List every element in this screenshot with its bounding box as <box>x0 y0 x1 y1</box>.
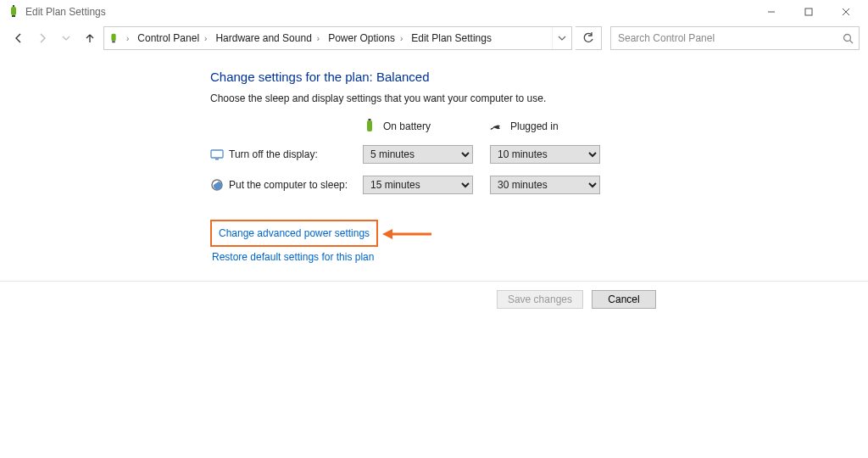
page-title: Change settings for the plan: Balanced <box>210 70 868 84</box>
row-label-display: Turn off the display: <box>210 148 354 161</box>
svg-point-9 <box>844 34 851 41</box>
footer-buttons: Save changes Cancel <box>0 282 868 309</box>
up-button[interactable] <box>80 28 100 48</box>
svg-rect-12 <box>369 119 371 120</box>
power-plan-icon <box>104 32 123 44</box>
titlebar: Edit Plan Settings <box>0 0 868 24</box>
svg-rect-11 <box>367 120 372 131</box>
svg-rect-13 <box>211 150 223 158</box>
close-button[interactable] <box>827 0 865 24</box>
svg-marker-17 <box>382 229 392 239</box>
search-box[interactable] <box>610 26 860 50</box>
back-button[interactable] <box>8 28 29 48</box>
save-button: Save changes <box>497 290 583 309</box>
svg-rect-4 <box>805 8 812 15</box>
svg-rect-0 <box>11 7 16 15</box>
chevron-right-icon[interactable]: › <box>201 34 210 43</box>
display-plugged-select[interactable]: 10 minutes <box>490 145 600 164</box>
annotation-highlight: Change advanced power settings <box>210 220 378 247</box>
row-label-text: Put the computer to sleep: <box>229 179 348 191</box>
refresh-button[interactable] <box>576 26 602 50</box>
sleep-icon <box>210 178 224 192</box>
power-plan-icon <box>7 5 20 19</box>
breadcrumb[interactable]: Control Panel <box>132 32 201 44</box>
restore-defaults-link[interactable]: Restore default settings for this plan <box>210 249 376 265</box>
address-dropdown-button[interactable] <box>552 27 571 49</box>
address-bar[interactable]: › Control Panel › Hardware and Sound › P… <box>103 26 572 50</box>
cancel-button[interactable]: Cancel <box>592 290 656 309</box>
chevron-right-icon[interactable]: › <box>123 34 132 43</box>
main-content: Change settings for the plan: Balanced C… <box>0 53 868 265</box>
annotation-arrow-icon <box>382 226 433 242</box>
search-input[interactable] <box>616 31 843 45</box>
svg-rect-8 <box>112 42 115 43</box>
display-icon <box>210 148 224 161</box>
search-icon <box>843 33 854 44</box>
svg-rect-2 <box>13 5 14 7</box>
breadcrumb[interactable]: Power Options <box>323 32 397 44</box>
battery-icon <box>363 120 376 133</box>
plug-icon <box>490 120 504 133</box>
column-header-plugged: Plugged in <box>490 120 609 133</box>
minimize-button[interactable] <box>753 0 790 24</box>
recent-locations-button[interactable] <box>56 28 76 48</box>
row-label-text: Turn off the display: <box>229 148 318 160</box>
svg-rect-14 <box>215 159 219 160</box>
forward-button[interactable] <box>32 28 53 48</box>
svg-line-10 <box>850 40 854 43</box>
chevron-right-icon[interactable]: › <box>314 34 323 43</box>
page-subtitle: Choose the sleep and display settings th… <box>210 92 868 104</box>
chevron-right-icon[interactable]: › <box>397 34 406 43</box>
breadcrumb[interactable]: Edit Plan Settings <box>406 32 493 44</box>
column-header-battery: On battery <box>363 120 481 133</box>
column-header-label: Plugged in <box>510 120 559 132</box>
advanced-power-settings-link[interactable]: Change advanced power settings <box>217 225 371 242</box>
sleep-battery-select[interactable]: 15 minutes <box>363 176 473 194</box>
svg-rect-7 <box>111 34 115 42</box>
column-header-label: On battery <box>383 120 431 132</box>
row-label-sleep: Put the computer to sleep: <box>210 178 354 192</box>
breadcrumb[interactable]: Hardware and Sound <box>210 32 313 44</box>
maximize-button[interactable] <box>790 0 827 24</box>
svg-rect-1 <box>12 15 15 17</box>
display-battery-select[interactable]: 5 minutes <box>363 145 473 164</box>
sleep-plugged-select[interactable]: 30 minutes <box>490 176 600 194</box>
navbar: › Control Panel › Hardware and Sound › P… <box>0 24 868 53</box>
window-title: Edit Plan Settings <box>25 6 106 18</box>
